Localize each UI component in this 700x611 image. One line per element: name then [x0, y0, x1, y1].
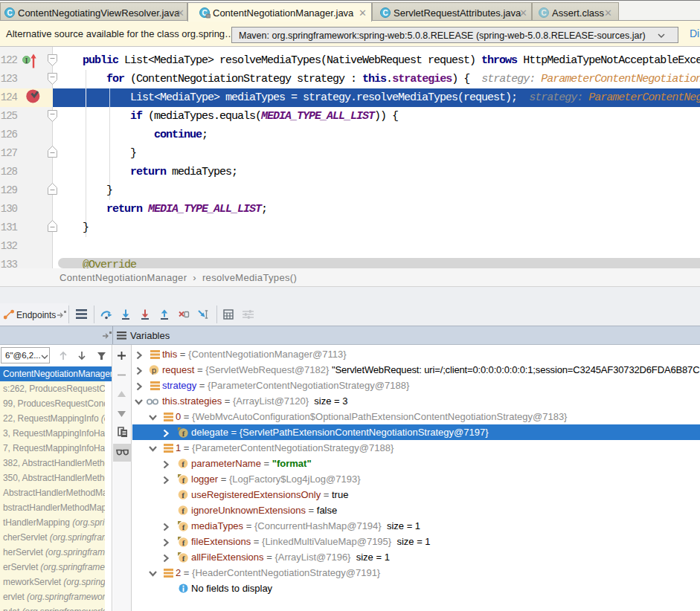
- svg-text:I: I: [25, 57, 28, 65]
- svg-text:f: f: [182, 491, 184, 500]
- svg-text:f: f: [182, 428, 185, 437]
- svg-text:C: C: [7, 9, 12, 17]
- svg-text:f: f: [182, 506, 184, 515]
- svg-text:C: C: [541, 9, 546, 17]
- svg-text:f: f: [182, 459, 184, 468]
- svg-text:f: f: [182, 537, 185, 546]
- svg-text:p: p: [152, 366, 156, 375]
- svg-text:f: f: [182, 522, 185, 531]
- svg-text:f: f: [182, 475, 185, 484]
- svg-text:f: f: [182, 553, 185, 562]
- svg-text:C: C: [382, 9, 388, 17]
